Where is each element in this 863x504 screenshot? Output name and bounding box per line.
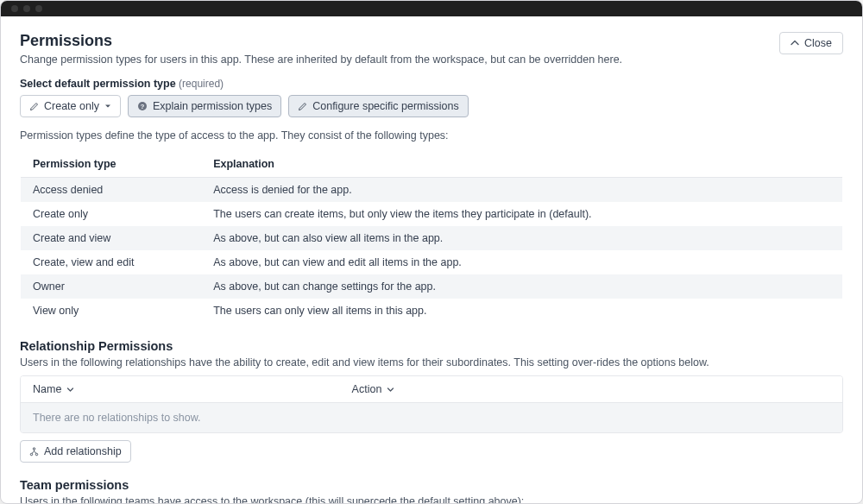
- traffic-light-close[interactable]: [11, 5, 18, 12]
- close-label: Close: [804, 37, 832, 49]
- pencil-icon: [298, 102, 307, 111]
- header-row: Permissions Change permission types for …: [20, 32, 843, 78]
- configure-permissions-button[interactable]: Configure specific permissions: [288, 95, 469, 117]
- branch-icon: [29, 447, 39, 457]
- pencil-icon: [29, 102, 39, 111]
- relationships-title: Relationship Permissions: [20, 339, 843, 353]
- chevron-up-icon: [791, 39, 799, 47]
- chevron-down-icon: [66, 386, 74, 394]
- teams-title: Team permissions: [20, 478, 843, 492]
- table-row: OwnerAs above, but can change settings f…: [21, 274, 843, 299]
- explain-label: Explain permission types: [153, 100, 272, 112]
- table-row: View onlyThe users can only view all ite…: [21, 299, 843, 324]
- table-row: Create, view and editAs above, but can v…: [21, 250, 843, 274]
- col-action-header[interactable]: Action: [352, 383, 512, 395]
- table-row: Create onlyThe users can create items, b…: [21, 202, 843, 226]
- header-titles: Permissions Change permission types for …: [20, 32, 622, 78]
- caret-down-icon: [104, 103, 111, 110]
- close-button[interactable]: Close: [779, 32, 843, 54]
- page-title: Permissions: [20, 32, 622, 50]
- add-relationship-label: Add relationship: [44, 445, 122, 457]
- question-circle-icon: ?: [137, 101, 148, 111]
- window-titlebar: [1, 1, 862, 16]
- traffic-light-zoom[interactable]: [35, 5, 42, 12]
- main-content: Permissions Change permission types for …: [1, 16, 862, 503]
- default-permission-dropdown[interactable]: Create only: [20, 95, 121, 117]
- add-relationship-button[interactable]: Add relationship: [20, 440, 131, 463]
- svg-point-2: [33, 447, 35, 449]
- relationships-table: Name Action There are no relationships t…: [20, 375, 843, 433]
- table-row: Create and viewAs above, but can also vi…: [21, 226, 843, 250]
- permission-types-table: Permission type Explanation Access denie…: [20, 150, 843, 324]
- svg-text:?: ?: [140, 103, 144, 110]
- table-row: Access deniedAccess is denied for the ap…: [21, 178, 843, 203]
- types-description: Permission types define the type of acce…: [20, 129, 843, 142]
- relationships-description: Users in the following relationships hav…: [20, 356, 843, 369]
- dropdown-value: Create only: [44, 100, 99, 112]
- required-indicator: (required): [179, 78, 224, 90]
- col-name-header[interactable]: Name: [33, 383, 352, 395]
- teams-description: Users in the following teams have access…: [20, 495, 843, 503]
- explain-types-button[interactable]: ? Explain permission types: [128, 95, 281, 117]
- relationships-header: Name Action: [21, 376, 842, 403]
- col-header-explanation: Explanation: [201, 151, 842, 178]
- permission-controls: Create only ? Explain permission types C…: [20, 95, 843, 117]
- configure-label: Configure specific permissions: [312, 100, 459, 112]
- default-permission-label: Select default permission type (required…: [20, 78, 843, 90]
- relationships-empty: There are no relationships to show.: [21, 403, 842, 432]
- app-window: Permissions Change permission types for …: [0, 0, 863, 504]
- col-header-type: Permission type: [21, 151, 202, 178]
- traffic-light-minimize[interactable]: [23, 5, 30, 12]
- chevron-down-icon: [387, 386, 394, 394]
- page-subtitle: Change permission types for users in thi…: [20, 54, 622, 66]
